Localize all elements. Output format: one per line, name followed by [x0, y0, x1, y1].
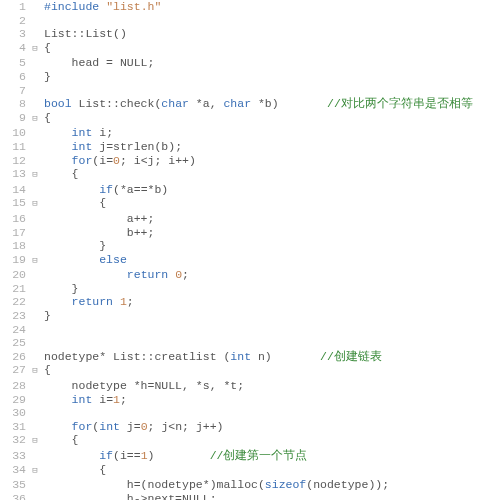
line-number: 15 — [0, 196, 30, 210]
fold-toggle-icon[interactable]: ⊟ — [30, 113, 40, 127]
code-line[interactable]: 11 int j=strlen(b); — [0, 140, 500, 154]
line-number: 9 — [0, 111, 30, 125]
line-number: 19 — [0, 253, 30, 267]
code-content[interactable]: return 1; — [40, 295, 134, 309]
code-line[interactable]: 8bool List::check(char *a, char *b) //对比… — [0, 97, 500, 111]
code-content[interactable]: { — [40, 433, 79, 447]
code-line[interactable]: 31 for(int j=0; j<n; j++) — [0, 420, 500, 434]
code-content[interactable]: { — [40, 196, 106, 210]
code-content[interactable]: #include "list.h" — [40, 0, 161, 14]
code-line[interactable]: 24 — [0, 323, 500, 337]
code-line[interactable]: 14 if(*a==*b) — [0, 183, 500, 197]
line-number: 8 — [0, 97, 30, 111]
code-content[interactable]: if(i==1) //创建第一个节点 — [40, 449, 307, 463]
fold-toggle-icon[interactable]: ⊟ — [30, 465, 40, 479]
code-line[interactable]: 18 } — [0, 239, 500, 253]
code-line[interactable]: 36 h->next=NULL; — [0, 492, 500, 500]
line-number: 7 — [0, 84, 30, 98]
line-number: 36 — [0, 492, 30, 500]
code-content[interactable]: b++; — [40, 226, 154, 240]
line-number: 25 — [0, 336, 30, 350]
code-content[interactable]: int i; — [40, 126, 113, 140]
code-line[interactable]: 5 head = NULL; — [0, 56, 500, 70]
line-number: 20 — [0, 268, 30, 282]
code-line[interactable]: 12 for(i=0; i<j; i++) — [0, 154, 500, 168]
code-line[interactable]: 20 return 0; — [0, 268, 500, 282]
code-line[interactable]: 19⊟ else — [0, 253, 500, 269]
code-content[interactable]: if(*a==*b) — [40, 183, 168, 197]
code-content[interactable]: h->next=NULL; — [40, 492, 217, 500]
code-line[interactable]: 34⊟ { — [0, 463, 500, 479]
line-number: 10 — [0, 126, 30, 140]
code-content[interactable]: List::List() — [40, 27, 127, 41]
line-number: 13 — [0, 167, 30, 181]
code-line[interactable]: 21 } — [0, 282, 500, 296]
code-content[interactable]: else — [40, 253, 127, 267]
code-line[interactable]: 30 — [0, 406, 500, 420]
code-line[interactable]: 3List::List() — [0, 27, 500, 41]
fold-toggle-icon[interactable]: ⊟ — [30, 365, 40, 379]
line-number: 1 — [0, 0, 30, 14]
code-line[interactable]: 29 int i=1; — [0, 393, 500, 407]
code-line[interactable]: 16 a++; — [0, 212, 500, 226]
fold-toggle-icon[interactable]: ⊟ — [30, 43, 40, 57]
code-content[interactable]: for(int j=0; j<n; j++) — [40, 420, 224, 434]
code-content[interactable]: head = NULL; — [40, 56, 154, 70]
code-content[interactable]: bool List::check(char *a, char *b) //对比两… — [40, 97, 473, 111]
code-line[interactable]: 10 int i; — [0, 126, 500, 140]
code-content[interactable]: } — [40, 70, 51, 84]
line-number: 34 — [0, 463, 30, 477]
code-line[interactable]: 15⊟ { — [0, 196, 500, 212]
line-number: 4 — [0, 41, 30, 55]
code-content[interactable]: nodetype* List::creatlist (int n) //创建链表 — [40, 350, 382, 364]
code-content[interactable]: { — [40, 111, 51, 125]
line-number: 2 — [0, 14, 30, 28]
code-content[interactable]: } — [40, 239, 106, 253]
code-content[interactable]: nodetype *h=NULL, *s, *t; — [40, 379, 244, 393]
code-content[interactable]: int i=1; — [40, 393, 127, 407]
line-number: 5 — [0, 56, 30, 70]
line-number: 33 — [0, 449, 30, 463]
code-line[interactable]: 25 — [0, 336, 500, 350]
fold-toggle-icon[interactable]: ⊟ — [30, 435, 40, 449]
code-content[interactable]: for(i=0; i<j; i++) — [40, 154, 196, 168]
code-line[interactable]: 23} — [0, 309, 500, 323]
line-number: 12 — [0, 154, 30, 168]
code-line[interactable]: 13⊟ { — [0, 167, 500, 183]
fold-toggle-icon[interactable]: ⊟ — [30, 255, 40, 269]
code-content[interactable]: a++; — [40, 212, 154, 226]
code-line[interactable]: 32⊟ { — [0, 433, 500, 449]
code-content[interactable]: int j=strlen(b); — [40, 140, 182, 154]
code-editor[interactable]: 1#include "list.h"23List::List()4⊟{5 hea… — [0, 0, 500, 500]
code-content[interactable]: } — [40, 309, 51, 323]
line-number: 17 — [0, 226, 30, 240]
code-line[interactable]: 2 — [0, 14, 500, 28]
code-line[interactable]: 6} — [0, 70, 500, 84]
line-number: 11 — [0, 140, 30, 154]
code-content[interactable]: { — [40, 167, 79, 181]
code-content[interactable]: h=(nodetype*)malloc(sizeof(nodetype)); — [40, 478, 389, 492]
code-line[interactable]: 27⊟{ — [0, 363, 500, 379]
line-number: 14 — [0, 183, 30, 197]
line-number: 6 — [0, 70, 30, 84]
code-line[interactable]: 9⊟{ — [0, 111, 500, 127]
fold-toggle-icon[interactable]: ⊟ — [30, 198, 40, 212]
code-line[interactable]: 28 nodetype *h=NULL, *s, *t; — [0, 379, 500, 393]
code-content[interactable]: { — [40, 463, 106, 477]
code-line[interactable]: 4⊟{ — [0, 41, 500, 57]
fold-toggle-icon[interactable]: ⊟ — [30, 169, 40, 183]
line-number: 22 — [0, 295, 30, 309]
line-number: 27 — [0, 363, 30, 377]
code-content[interactable]: { — [40, 363, 51, 377]
code-content[interactable]: return 0; — [40, 268, 189, 282]
code-line[interactable]: 35 h=(nodetype*)malloc(sizeof(nodetype))… — [0, 478, 500, 492]
line-number: 16 — [0, 212, 30, 226]
code-line[interactable]: 17 b++; — [0, 226, 500, 240]
code-content[interactable]: } — [40, 282, 79, 296]
code-line[interactable]: 1#include "list.h" — [0, 0, 500, 14]
code-content[interactable]: { — [40, 41, 51, 55]
code-line[interactable]: 7 — [0, 84, 500, 98]
code-line[interactable]: 33 if(i==1) //创建第一个节点 — [0, 449, 500, 463]
code-line[interactable]: 22 return 1; — [0, 295, 500, 309]
code-line[interactable]: 26nodetype* List::creatlist (int n) //创建… — [0, 350, 500, 364]
